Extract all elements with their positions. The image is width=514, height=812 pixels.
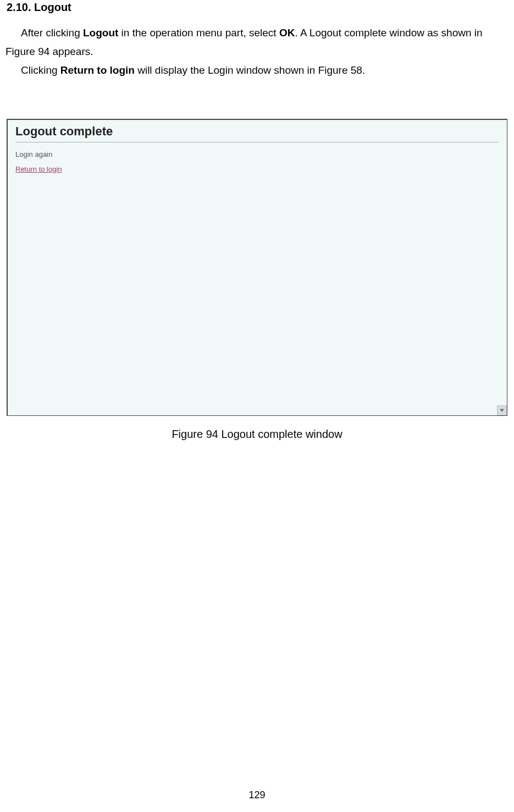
para1-text-pre: After clicking bbox=[21, 27, 83, 39]
figure-container: Logout complete Login again Return to lo… bbox=[5, 119, 509, 441]
screenshot-content: Logout complete Login again Return to lo… bbox=[8, 120, 507, 415]
para2-bold-return: Return to login bbox=[60, 64, 135, 76]
chevron-down-icon bbox=[500, 409, 504, 412]
para2-text-post: will display the Login window shown in F… bbox=[135, 64, 365, 76]
para1-bold-ok: OK bbox=[279, 27, 295, 39]
para1-text-mid: in the operation menu part, select bbox=[118, 27, 279, 39]
section-heading: 2.10. Logout bbox=[5, 0, 509, 14]
divider-line bbox=[15, 142, 499, 142]
para2-text-pre: Clicking bbox=[21, 64, 60, 76]
paragraph-1: After clicking Logout in the operation m… bbox=[5, 24, 509, 61]
figure-caption: Figure 94 Logout complete window bbox=[7, 428, 507, 441]
para1-bold-logout: Logout bbox=[83, 27, 118, 39]
svg-marker-0 bbox=[500, 409, 504, 412]
page-number: 129 bbox=[0, 789, 514, 801]
login-again-label: Login again bbox=[15, 150, 499, 158]
logout-complete-title: Logout complete bbox=[15, 124, 499, 139]
paragraph-2: Clicking Return to login will display th… bbox=[5, 61, 509, 80]
return-to-login-link[interactable]: Return to login bbox=[15, 165, 62, 173]
scrollbar-down-button[interactable] bbox=[497, 405, 507, 415]
screenshot-frame: Logout complete Login again Return to lo… bbox=[7, 119, 507, 416]
